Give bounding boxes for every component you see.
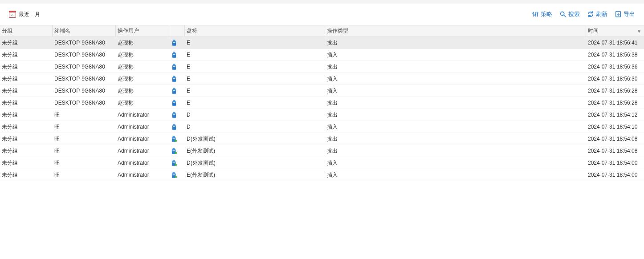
column-header-group[interactable]: 分组 — [0, 25, 53, 36]
table-row[interactable]: 未分组旺AdministratorD拔出2024-07-31 18:54:12 — [0, 109, 644, 121]
svg-point-49 — [175, 176, 177, 178]
svg-rect-46 — [173, 172, 175, 173]
svg-rect-19 — [173, 76, 175, 77]
cell-icon — [169, 85, 185, 97]
table-header: 分组 终端名 操作用户 盘符 操作类型 时间 ▼ — [0, 25, 644, 37]
usb-drive-icon — [171, 75, 177, 82]
column-header-user[interactable]: 操作用户 — [116, 25, 169, 36]
svg-rect-13 — [173, 52, 175, 53]
svg-point-6 — [561, 12, 564, 16]
cell-time: 2024-07-31 18:54:08 — [586, 145, 644, 157]
search-label: 搜索 — [568, 10, 580, 18]
usb-drive-icon — [171, 87, 177, 94]
svg-rect-15 — [173, 54, 175, 55]
table-row[interactable]: 未分组DESKTOP-9G8NA80赵现彬E拔出2024-07-31 18:56… — [0, 97, 644, 109]
table-row[interactable]: 未分组DESKTOP-9G8NA80赵现彬E插入2024-07-31 18:56… — [0, 85, 644, 97]
cell-terminal: DESKTOP-9G8NA80 — [53, 97, 116, 109]
usb-drive-icon — [171, 111, 177, 118]
cell-time: 2024-07-31 18:56:36 — [586, 61, 644, 73]
cell-group: 未分组 — [0, 145, 53, 157]
policy-button[interactable]: 策略 — [532, 10, 552, 18]
column-header-terminal[interactable]: 终端名 — [53, 25, 116, 36]
cell-user: 赵现彬 — [116, 85, 169, 97]
usb-drive-icon — [171, 171, 177, 178]
cell-icon — [169, 109, 185, 121]
usb-drive-icon — [171, 123, 177, 130]
refresh-label: 刷新 — [596, 10, 607, 18]
cell-user: Administrator — [116, 109, 169, 121]
cell-terminal: 旺 — [53, 157, 116, 169]
table-row[interactable]: 未分组DESKTOP-9G8NA80赵现彬E拔出2024-07-31 18:56… — [0, 37, 644, 49]
cell-group: 未分组 — [0, 133, 53, 145]
cell-user: Administrator — [116, 121, 169, 133]
svg-rect-17 — [172, 65, 176, 70]
cell-icon — [169, 49, 185, 61]
table-row[interactable]: 未分组DESKTOP-9G8NA80赵现彬E插入2024-07-31 18:56… — [0, 49, 644, 61]
table-row[interactable]: 未分组DESKTOP-9G8NA80赵现彬E插入2024-07-31 18:56… — [0, 73, 644, 85]
cell-terminal: DESKTOP-9G8NA80 — [53, 85, 116, 97]
svg-rect-26 — [172, 101, 176, 106]
usb-drive-icon — [171, 51, 177, 58]
cell-terminal: 旺 — [53, 145, 116, 157]
cell-drive: D — [185, 109, 325, 121]
refresh-button[interactable]: 刷新 — [587, 10, 607, 18]
usb-drive-icon — [171, 99, 177, 106]
cell-group: 未分组 — [0, 97, 53, 109]
search-icon — [559, 11, 567, 18]
svg-rect-42 — [173, 160, 175, 161]
column-header-drive[interactable]: 盘符 — [185, 25, 325, 36]
cell-terminal: 旺 — [53, 121, 116, 133]
cell-terminal: 旺 — [53, 109, 116, 121]
cell-icon — [169, 121, 185, 133]
column-header-optype[interactable]: 操作类型 — [325, 25, 586, 36]
column-header-time[interactable]: 时间 ▼ — [586, 25, 644, 36]
svg-rect-29 — [172, 113, 176, 118]
cell-optype: 拔出 — [325, 61, 586, 73]
cell-drive: E — [185, 61, 325, 73]
cell-drive: D(外发测试) — [185, 157, 325, 169]
svg-point-45 — [175, 164, 177, 166]
cell-optype: 插入 — [325, 49, 586, 61]
usb-drive-icon — [171, 159, 177, 166]
cell-terminal: DESKTOP-9G8NA80 — [53, 37, 116, 49]
cell-optype: 插入 — [325, 85, 586, 97]
svg-rect-28 — [173, 112, 175, 113]
table-row[interactable]: 未分组旺AdministratorE(外发测试)插入2024-07-31 18:… — [0, 169, 644, 181]
table-row[interactable]: 未分组旺AdministratorE(外发测试)拔出2024-07-31 18:… — [0, 145, 644, 157]
cell-icon — [169, 157, 185, 169]
cell-time: 2024-07-31 18:56:30 — [586, 73, 644, 85]
cell-group: 未分组 — [0, 61, 53, 73]
svg-rect-21 — [173, 78, 175, 79]
cell-group: 未分组 — [0, 73, 53, 85]
cell-drive: D(外发测试) — [185, 133, 325, 145]
svg-rect-14 — [172, 53, 176, 58]
cell-optype: 拔出 — [325, 37, 586, 49]
svg-rect-44 — [173, 162, 175, 163]
search-button[interactable]: 搜索 — [559, 10, 580, 18]
svg-rect-24 — [173, 90, 175, 91]
cell-user: Administrator — [116, 157, 169, 169]
cell-drive: E — [185, 37, 325, 49]
table-row[interactable]: 未分组旺AdministratorD(外发测试)拔出2024-07-31 18:… — [0, 133, 644, 145]
svg-rect-32 — [172, 125, 176, 130]
cell-time: 2024-07-31 18:56:38 — [586, 49, 644, 61]
svg-rect-18 — [173, 66, 175, 67]
table-row[interactable]: 未分组DESKTOP-9G8NA80赵现彬E拔出2024-07-31 18:56… — [0, 61, 644, 73]
cell-drive: E — [185, 49, 325, 61]
usb-drive-icon — [171, 135, 177, 142]
svg-rect-12 — [173, 42, 175, 43]
cell-group: 未分组 — [0, 121, 53, 133]
export-button[interactable]: 导出 — [615, 10, 635, 18]
column-header-icon[interactable] — [169, 25, 185, 36]
cell-terminal: 旺 — [53, 133, 116, 145]
cell-optype: 拔出 — [325, 109, 586, 121]
table-row[interactable]: 未分组旺AdministratorD插入2024-07-31 18:54:10 — [0, 121, 644, 133]
svg-line-7 — [564, 15, 566, 17]
toolbar: 23 最近一月 策略 搜索 刷新 — [0, 4, 644, 25]
table-row[interactable]: 未分组旺AdministratorD(外发测试)插入2024-07-31 18:… — [0, 157, 644, 169]
cell-optype: 插入 — [325, 157, 586, 169]
cell-icon — [169, 37, 185, 49]
date-range-button[interactable]: 23 最近一月 — [9, 11, 40, 18]
usb-drive-icon — [171, 63, 177, 70]
svg-point-3 — [535, 15, 536, 16]
